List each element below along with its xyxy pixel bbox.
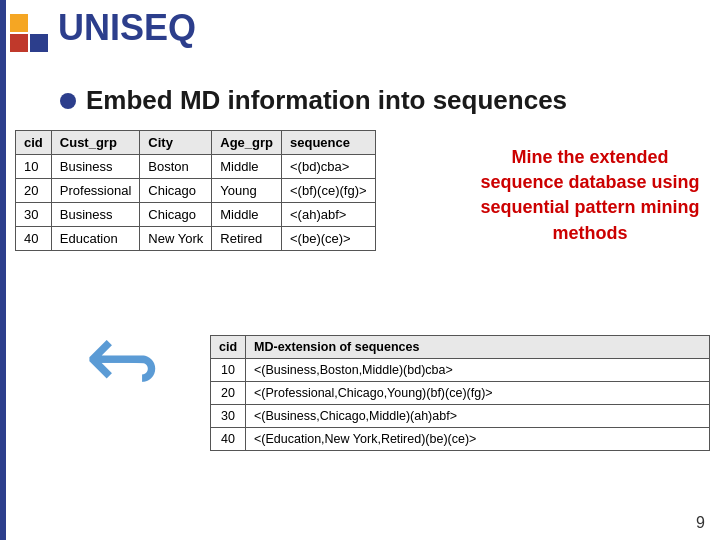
table-cell: Business	[51, 155, 140, 179]
left-col-age-grp: Age_grp	[212, 131, 282, 155]
logo-sq-red	[10, 34, 28, 52]
table-row: 20<(Professional,Chicago,Young)(bf)(ce)(…	[211, 382, 710, 405]
table-row: 40<(Education,New York,Retired)(be)(ce)>	[211, 428, 710, 451]
table-cell: <(Education,New York,Retired)(be)(ce)>	[246, 428, 710, 451]
right-table-container: cid MD-extension of sequences 10<(Busine…	[210, 335, 710, 451]
table-cell: 40	[16, 227, 52, 251]
bullet-text: Embed MD information into sequences	[86, 85, 567, 116]
mine-text: Mine the extended sequence database usin…	[480, 145, 700, 246]
left-table: cid Cust_grp City Age_grp sequence 10Bus…	[15, 130, 376, 251]
table-cell: Boston	[140, 155, 212, 179]
table-cell: Chicago	[140, 203, 212, 227]
left-col-cust-grp: Cust_grp	[51, 131, 140, 155]
table-cell: Middle	[212, 203, 282, 227]
table-row: 30BusinessChicagoMiddle<(ah)abf>	[16, 203, 376, 227]
curved-arrow-icon: ↩	[85, 310, 160, 415]
table-cell: 20	[211, 382, 246, 405]
right-table: cid MD-extension of sequences 10<(Busine…	[210, 335, 710, 451]
table-row: 30<(Business,Chicago,Middle)(ah)abf>	[211, 405, 710, 428]
table-cell: Professional	[51, 179, 140, 203]
table-cell: 40	[211, 428, 246, 451]
table-cell: 20	[16, 179, 52, 203]
left-col-city: City	[140, 131, 212, 155]
accent-bar	[0, 0, 6, 540]
table-cell: <(Business,Chicago,Middle)(ah)abf>	[246, 405, 710, 428]
table-row: 40EducationNew YorkRetired<(be)(ce)>	[16, 227, 376, 251]
table-cell: <(ah)abf>	[282, 203, 376, 227]
right-table-header-row: cid MD-extension of sequences	[211, 336, 710, 359]
table-cell: Education	[51, 227, 140, 251]
app-title: UNISEQ	[58, 10, 196, 46]
table-cell: Retired	[212, 227, 282, 251]
right-col-md-ext: MD-extension of sequences	[246, 336, 710, 359]
logo-sq-blue	[30, 34, 48, 52]
table-cell: New York	[140, 227, 212, 251]
left-col-cid: cid	[16, 131, 52, 155]
table-cell: Middle	[212, 155, 282, 179]
table-cell: Business	[51, 203, 140, 227]
logo-sq-empty	[30, 14, 48, 32]
left-col-sequence: sequence	[282, 131, 376, 155]
table-cell: <(bd)cba>	[282, 155, 376, 179]
left-table-container: cid Cust_grp City Age_grp sequence 10Bus…	[15, 130, 376, 251]
right-col-cid: cid	[211, 336, 246, 359]
logo-block: UNISEQ	[10, 10, 196, 52]
page-number: 9	[696, 514, 705, 532]
table-row: 20ProfessionalChicagoYoung<(bf)(ce)(fg)>	[16, 179, 376, 203]
table-row: 10<(Business,Boston,Middle)(bd)cba>	[211, 359, 710, 382]
table-cell: <(be)(ce)>	[282, 227, 376, 251]
table-cell: <(Business,Boston,Middle)(bd)cba>	[246, 359, 710, 382]
bullet-section: Embed MD information into sequences	[60, 85, 567, 116]
table-row: 10BusinessBostonMiddle<(bd)cba>	[16, 155, 376, 179]
table-cell: 30	[211, 405, 246, 428]
logo-squares	[10, 14, 48, 52]
table-cell: <(bf)(ce)(fg)>	[282, 179, 376, 203]
table-cell: Young	[212, 179, 282, 203]
bullet-dot	[60, 93, 76, 109]
table-cell: 10	[16, 155, 52, 179]
arrow-container: ↩	[85, 310, 160, 415]
logo-sq-orange-top	[10, 14, 28, 32]
table-cell: 10	[211, 359, 246, 382]
table-cell: <(Professional,Chicago,Young)(bf)(ce)(fg…	[246, 382, 710, 405]
table-cell: Chicago	[140, 179, 212, 203]
table-cell: 30	[16, 203, 52, 227]
left-table-header-row: cid Cust_grp City Age_grp sequence	[16, 131, 376, 155]
